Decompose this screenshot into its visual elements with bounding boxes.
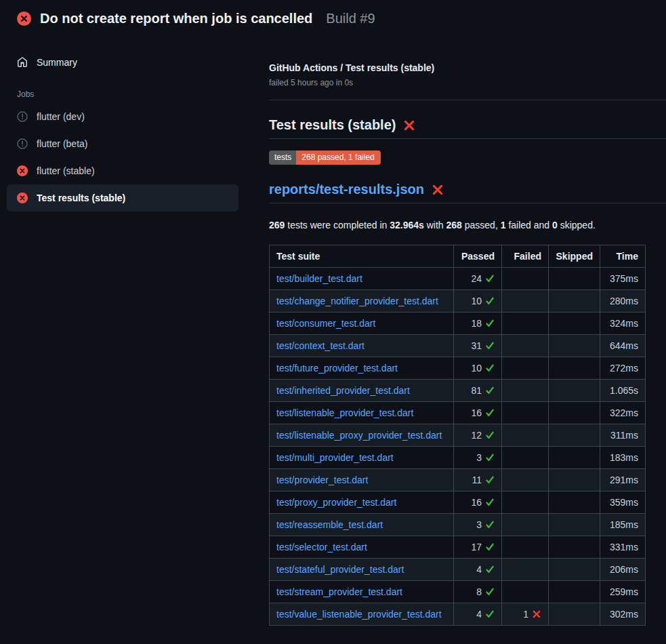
table-row: test/stream_provider_test.dart8259ms bbox=[270, 581, 646, 603]
test-suite-link[interactable]: test/value_listenable_provider_test.dart bbox=[276, 609, 442, 620]
page-title: Do not create report when job is cancell… bbox=[40, 11, 312, 26]
count-value: 11 bbox=[472, 475, 482, 485]
count-value: 18 bbox=[471, 318, 482, 329]
test-suite-link[interactable]: test/reassemble_test.dart bbox=[276, 519, 383, 530]
sidebar-job-item[interactable]: flutter (stable) bbox=[7, 157, 238, 184]
test-suite-link[interactable]: test/proxy_provider_test.dart bbox=[276, 497, 396, 508]
summary-text-part: 1 bbox=[501, 220, 506, 230]
check-icon bbox=[485, 386, 495, 395]
table-row: test/listenable_provider_test.dart16322m… bbox=[270, 402, 646, 424]
table-row: test/provider_test.dart11291ms bbox=[270, 469, 646, 491]
count-value: 31 bbox=[471, 340, 482, 351]
test-suite-link[interactable]: test/change_notifier_provider_test.dart bbox=[276, 296, 438, 306]
skipped-cell bbox=[549, 559, 600, 581]
table-row: test/stateful_provider_test.dart4206ms bbox=[270, 559, 646, 581]
check-icon bbox=[485, 319, 495, 328]
sidebar-item-summary[interactable]: Summary bbox=[7, 52, 238, 73]
passed-cell: 24 bbox=[454, 268, 502, 290]
test-suite-link[interactable]: test/context_test.dart bbox=[276, 340, 365, 351]
section-heading: Test results (stable) bbox=[269, 117, 666, 139]
test-suite-link[interactable]: test/stateful_provider_test.dart bbox=[276, 564, 404, 575]
passed-cell: 31 bbox=[454, 335, 502, 357]
passed-cell: 3 bbox=[454, 514, 502, 536]
test-suite-link[interactable]: test/stream_provider_test.dart bbox=[276, 586, 402, 597]
table-row: test/multi_provider_test.dart3183ms bbox=[270, 447, 646, 469]
column-header: Passed bbox=[454, 245, 502, 268]
sidebar-job-item[interactable]: Test results (stable) bbox=[7, 184, 238, 212]
column-header: Failed bbox=[502, 245, 549, 268]
suite-cell: test/listenable_provider_test.dart bbox=[270, 402, 454, 424]
skipped-cell bbox=[549, 603, 600, 626]
test-suite-link[interactable]: test/provider_test.dart bbox=[276, 475, 368, 485]
time-cell: 1.065s bbox=[600, 380, 646, 402]
passed-cell: 12 bbox=[454, 424, 502, 447]
skipped-cell bbox=[549, 335, 600, 357]
sidebar-job-item[interactable]: flutter (dev) bbox=[7, 103, 238, 130]
table-row: test/selector_test.dart17331ms bbox=[270, 536, 646, 559]
skipped-cell bbox=[549, 447, 600, 469]
divider bbox=[269, 100, 666, 100]
check-icon bbox=[485, 408, 495, 418]
run-header: Do not create report when job is cancell… bbox=[0, 0, 666, 34]
table-row: test/listenable_proxy_provider_test.dart… bbox=[270, 424, 646, 447]
badge-value: 268 passed, 1 failed bbox=[296, 150, 380, 165]
test-suite-link[interactable]: test/future_provider_test.dart bbox=[276, 363, 398, 374]
failed-cell bbox=[502, 581, 549, 603]
suite-cell: test/multi_provider_test.dart bbox=[270, 447, 454, 469]
passed-cell: 3 bbox=[454, 447, 502, 469]
count-value: 17 bbox=[471, 542, 482, 552]
time-cell: 311ms bbox=[600, 424, 646, 447]
skipped-cell bbox=[549, 313, 600, 335]
sidebar: Summary Jobs flutter (dev)flutter (beta)… bbox=[0, 34, 269, 212]
count-value: 1 bbox=[523, 609, 528, 620]
count-value: 3 bbox=[476, 519, 482, 530]
test-suite-link[interactable]: test/inherited_provider_test.dart bbox=[276, 385, 410, 396]
run-status-line: failed 5 hours ago in 0s bbox=[269, 77, 666, 88]
failed-cell bbox=[502, 402, 549, 424]
test-suite-link[interactable]: test/builder_test.dart bbox=[276, 273, 362, 284]
skipped-cell bbox=[549, 357, 600, 380]
check-icon bbox=[485, 341, 495, 350]
suite-cell: test/context_test.dart bbox=[270, 335, 454, 357]
sidebar-job-item[interactable]: flutter (beta) bbox=[7, 130, 238, 157]
time-cell: 206ms bbox=[600, 559, 646, 581]
passed-cell: 11 bbox=[454, 469, 502, 491]
test-suite-link[interactable]: test/consumer_test.dart bbox=[276, 318, 375, 329]
summary-text-part: failed and bbox=[506, 220, 553, 230]
main-content: GitHub Actions / Test results (stable) f… bbox=[269, 34, 666, 626]
failed-cell bbox=[502, 380, 549, 402]
failed-cell bbox=[502, 559, 549, 581]
failed-cell bbox=[502, 313, 549, 335]
time-cell: 375ms bbox=[600, 268, 646, 290]
passed-cell: 4 bbox=[454, 603, 502, 626]
summary-text-part: 32.964s bbox=[390, 220, 424, 230]
count-value: 10 bbox=[471, 296, 482, 306]
job-item-label: Test results (stable) bbox=[37, 192, 125, 204]
table-row: test/consumer_test.dart18324ms bbox=[270, 313, 646, 335]
check-icon bbox=[485, 430, 495, 440]
table-row: test/inherited_provider_test.dart811.065… bbox=[270, 380, 646, 402]
check-icon bbox=[485, 609, 495, 619]
check-icon bbox=[485, 498, 495, 507]
column-header: Skipped bbox=[549, 245, 600, 268]
count-value: 24 bbox=[471, 273, 482, 284]
check-icon bbox=[485, 274, 495, 283]
suite-cell: test/selector_test.dart bbox=[270, 536, 454, 559]
suite-cell: test/change_notifier_provider_test.dart bbox=[270, 290, 454, 313]
job-item-label: flutter (beta) bbox=[37, 138, 87, 150]
suite-cell: test/future_provider_test.dart bbox=[270, 357, 454, 380]
test-suite-link[interactable]: test/multi_provider_test.dart bbox=[276, 452, 394, 463]
test-suite-link[interactable]: test/listenable_provider_test.dart bbox=[276, 407, 413, 418]
table-row: test/proxy_provider_test.dart16359ms bbox=[270, 491, 646, 514]
report-file-link[interactable]: reports/test-results.json bbox=[269, 182, 424, 197]
test-suite-link[interactable]: test/listenable_proxy_provider_test.dart bbox=[276, 430, 442, 441]
cross-mark-icon bbox=[403, 119, 415, 132]
suite-cell: test/value_listenable_provider_test.dart bbox=[270, 603, 454, 626]
job-item-label: flutter (stable) bbox=[37, 165, 95, 177]
failed-cell bbox=[502, 424, 549, 447]
skipped-cell bbox=[549, 491, 600, 514]
suite-cell: test/consumer_test.dart bbox=[270, 313, 454, 335]
test-suite-link[interactable]: test/selector_test.dart bbox=[276, 542, 367, 552]
count-value: 81 bbox=[471, 385, 482, 396]
skipped-cell bbox=[549, 268, 600, 290]
